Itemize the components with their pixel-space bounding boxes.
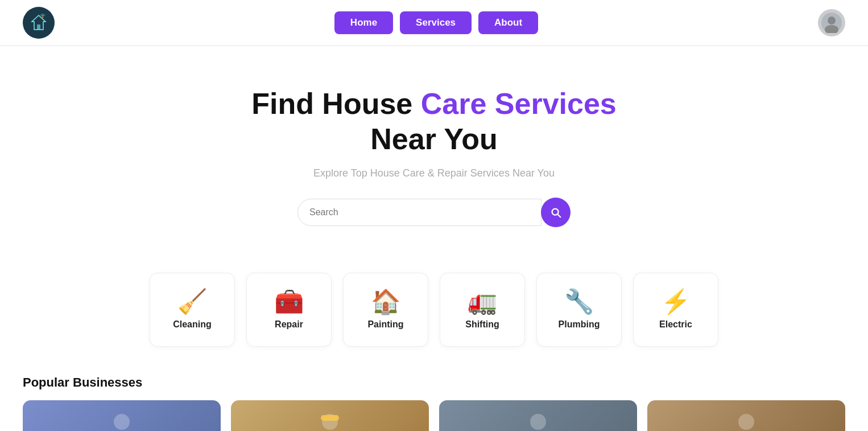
electric-icon: ⚡: [661, 290, 691, 314]
hero-title: Find House Care Services Near You: [11, 86, 857, 157]
person-silhouette-4: [729, 412, 763, 431]
repair-icon: 🧰: [274, 290, 304, 314]
search-button[interactable]: [541, 198, 571, 227]
search-icon: [549, 206, 562, 219]
service-card-plumbing[interactable]: 🔧Plumbing: [536, 273, 622, 347]
popular-card-img-4: [647, 400, 845, 431]
svg-point-14: [530, 414, 546, 430]
popular-card-3[interactable]: [439, 400, 637, 431]
svg-point-7: [114, 414, 130, 430]
logo[interactable]: [23, 7, 55, 39]
popular-card-1[interactable]: [23, 400, 221, 431]
service-label-shifting: Shifting: [465, 319, 499, 330]
hero-title-part1: Find House: [251, 87, 421, 120]
hero-title-accent: Care Services: [421, 87, 617, 120]
service-card-repair[interactable]: 🧰Repair: [246, 273, 332, 347]
hero-section: Find House Care Services Near You Explor…: [0, 46, 868, 244]
service-label-electric: Electric: [659, 319, 692, 330]
search-input[interactable]: [297, 199, 542, 226]
svg-point-3: [42, 17, 44, 18]
service-card-shifting[interactable]: 🚛Shifting: [440, 273, 525, 347]
person-silhouette-1: [105, 412, 139, 431]
avatar[interactable]: [818, 9, 845, 36]
popular-card-2[interactable]: [231, 400, 429, 431]
svg-rect-2: [37, 24, 40, 30]
person-silhouette-2: [313, 412, 347, 431]
search-bar: [297, 198, 571, 227]
svg-rect-13: [321, 415, 339, 421]
nav-services-button[interactable]: Services: [400, 11, 472, 34]
shifting-icon: 🚛: [468, 290, 497, 314]
person-silhouette-3: [521, 412, 555, 431]
popular-card-img-1: [23, 400, 221, 431]
hero-title-part2: Near You: [370, 122, 498, 155]
service-label-painting: Painting: [367, 319, 403, 330]
plumbing-icon: 🔧: [564, 290, 594, 314]
painting-icon: 🏠: [371, 290, 400, 314]
hero-subtitle: Explore Top House Care & Repair Services…: [11, 167, 857, 179]
svg-point-5: [828, 17, 836, 24]
nav-about-button[interactable]: About: [478, 11, 538, 34]
service-card-painting[interactable]: 🏠Painting: [343, 273, 428, 347]
popular-card-4[interactable]: [647, 400, 845, 431]
popular-card-img-2: [231, 400, 429, 431]
services-section: 🧹Cleaning🧰Repair🏠Painting🚛Shifting🔧Plumb…: [0, 244, 868, 364]
popular-businesses-section: Popular Businesses: [0, 364, 868, 431]
service-card-cleaning[interactable]: 🧹Cleaning: [150, 273, 235, 347]
service-card-electric[interactable]: ⚡Electric: [633, 273, 718, 347]
cleaning-icon: 🧹: [177, 290, 207, 314]
popular-title: Popular Businesses: [23, 375, 845, 390]
popular-grid: [23, 400, 845, 431]
svg-point-16: [738, 414, 754, 430]
nav-home-button[interactable]: Home: [334, 11, 393, 34]
service-label-cleaning: Cleaning: [173, 319, 212, 330]
service-label-plumbing: Plumbing: [559, 319, 600, 330]
service-label-repair: Repair: [275, 319, 303, 330]
navbar: Home Services About: [0, 0, 868, 46]
nav-links: Home Services About: [334, 11, 538, 34]
popular-card-img-3: [439, 400, 637, 431]
